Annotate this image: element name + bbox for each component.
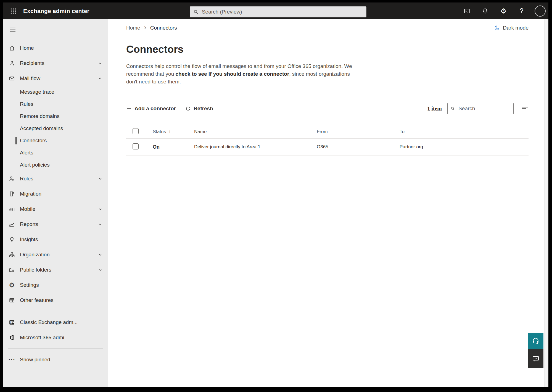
sidebar-item-label: Roles [20, 176, 33, 182]
list-search-input[interactable] [458, 105, 511, 112]
sidebar-item-insights[interactable]: Insights [3, 232, 108, 247]
table-header: Status ↑ Name From To [126, 125, 529, 139]
page-description: Connectors help control the flow of emai… [126, 62, 361, 86]
app-launcher-icon [10, 8, 16, 14]
sidebar-item-home[interactable]: Home [3, 40, 108, 56]
top-bar: Exchange admin center [3, 2, 548, 19]
feedback-bubble-icon [532, 355, 540, 362]
moon-icon [494, 25, 500, 31]
powershell-button[interactable] [461, 5, 473, 17]
sidebar-item-rules[interactable]: Rules [3, 98, 108, 110]
add-connector-button[interactable]: Add a connector [126, 106, 176, 112]
sidebar: Home Recipients Mail flow [3, 19, 108, 387]
breadcrumb-separator-icon: › [144, 24, 146, 31]
sidebar-item-organization[interactable]: Organization [3, 247, 108, 262]
gear-icon: ⚙ [9, 282, 15, 288]
sidebar-item-message-trace[interactable]: Message trace [3, 86, 108, 98]
toolbar-divider [126, 99, 529, 99]
sidebar-item-public-folders[interactable]: Public folders [3, 262, 108, 277]
table-row[interactable]: On Deliver journal directly to Area 1 O3… [126, 139, 529, 156]
list-search-box[interactable] [447, 103, 514, 114]
chevron-up-icon [98, 77, 102, 80]
chevron-down-icon [98, 61, 102, 65]
person-icon [9, 60, 15, 67]
sidebar-item-mail-flow[interactable]: Mail flow [3, 71, 108, 86]
bell-icon [482, 8, 488, 14]
sidebar-item-microsoft-365-admin[interactable]: Microsoft 365 admi... [3, 330, 108, 345]
row-checkbox[interactable] [133, 143, 139, 149]
sidebar-item-recipients[interactable]: Recipients [3, 56, 108, 71]
sidebar-item-migration[interactable]: Migration [3, 186, 108, 201]
global-search-box[interactable] [190, 6, 366, 17]
avatar[interactable] [535, 6, 546, 17]
filter-button[interactable] [521, 106, 529, 111]
sidebar-item-label: Recipients [20, 60, 44, 66]
help-button[interactable]: ? [515, 5, 528, 17]
notifications-button[interactable] [479, 5, 492, 17]
sidebar-item-mobile[interactable]: Mobile [3, 201, 108, 217]
column-header-name[interactable]: Name [194, 129, 317, 135]
lightbulb-icon [9, 236, 15, 243]
help-icon: ? [520, 7, 524, 15]
sidebar-item-label: Message trace [20, 89, 54, 95]
sidebar-item-label: Microsoft 365 admi... [20, 335, 68, 341]
cell-name: Deliver journal directly to Area 1 [194, 144, 317, 150]
exchange-admin-window: Exchange admin center [3, 2, 548, 387]
breadcrumb-current: Connectors [150, 25, 177, 31]
dark-mode-toggle[interactable]: Dark mode [494, 25, 529, 31]
sidebar-item-roles[interactable]: Roles [3, 171, 108, 186]
column-label: To [400, 129, 405, 135]
column-header-from[interactable]: From [317, 129, 400, 135]
sidebar-item-alerts[interactable]: Alerts [3, 147, 108, 159]
gear-icon: ⚙ [500, 8, 506, 14]
sidebar-nav: Home Recipients Mail flow [3, 40, 108, 367]
sidebar-item-label: Connectors [20, 138, 47, 144]
svg-text:E: E [10, 321, 12, 324]
refresh-button[interactable]: Refresh [185, 106, 213, 112]
column-header-status[interactable]: Status ↑ [153, 129, 194, 135]
sidebar-item-label: Alerts [20, 150, 33, 156]
search-icon [450, 106, 455, 111]
sidebar-item-alert-policies[interactable]: Alert policies [3, 159, 108, 171]
select-all-checkbox[interactable] [133, 128, 139, 134]
sidebar-item-other-features[interactable]: Other features [3, 293, 108, 308]
sidebar-item-reports[interactable]: Reports [3, 217, 108, 232]
sidebar-item-show-pinned[interactable]: ··· Show pinned [3, 352, 108, 367]
breadcrumb-home-link[interactable]: Home [126, 25, 140, 31]
column-label: From [317, 129, 328, 135]
sidebar-item-remote-domains[interactable]: Remote domains [3, 110, 108, 122]
microsoft-365-logo-icon [9, 334, 15, 341]
sort-ascending-icon: ↑ [168, 129, 171, 135]
main-content: Home › Connectors Dark mode Connectors C… [108, 19, 548, 387]
column-label: Status [153, 129, 166, 135]
sidebar-item-label: Mail flow [20, 75, 40, 81]
support-button[interactable] [528, 333, 543, 349]
chevron-down-icon [98, 177, 102, 181]
settings-button[interactable]: ⚙ [497, 5, 510, 17]
column-header-to[interactable]: To [400, 129, 529, 135]
sidebar-item-accepted-domains[interactable]: Accepted domains [3, 122, 108, 135]
sidebar-item-label: Migration [20, 191, 41, 197]
sidebar-item-connectors[interactable]: Connectors [3, 135, 108, 147]
more-icon: ··· [9, 356, 15, 363]
vertical-scrollbar[interactable] [544, 19, 548, 387]
app-title: Exchange admin center [23, 8, 89, 14]
refresh-label: Refresh [194, 106, 213, 112]
feedback-button[interactable] [528, 349, 543, 368]
sidebar-item-classic-exchange-admin[interactable]: E Classic Exchange adm... [3, 315, 108, 330]
refresh-icon [185, 106, 191, 111]
sidebar-item-label: Reports [20, 221, 38, 227]
hamburger-icon [10, 27, 16, 32]
column-label: Name [194, 129, 207, 135]
app-launcher-button[interactable] [7, 5, 19, 17]
list-toolbar: Add a connector Refresh 1 item [126, 102, 529, 115]
filter-icon [521, 106, 529, 111]
global-search-input[interactable] [201, 9, 363, 15]
sidebar-item-label: Public folders [20, 267, 51, 273]
sidebar-item-settings[interactable]: ⚙ Settings [3, 277, 108, 293]
sidebar-item-label: Mobile [20, 206, 35, 212]
sidebar-item-label: Alert policies [20, 162, 50, 168]
terminal-icon [464, 8, 470, 14]
collapse-nav-button[interactable] [7, 24, 19, 35]
chevron-down-icon [98, 207, 102, 211]
